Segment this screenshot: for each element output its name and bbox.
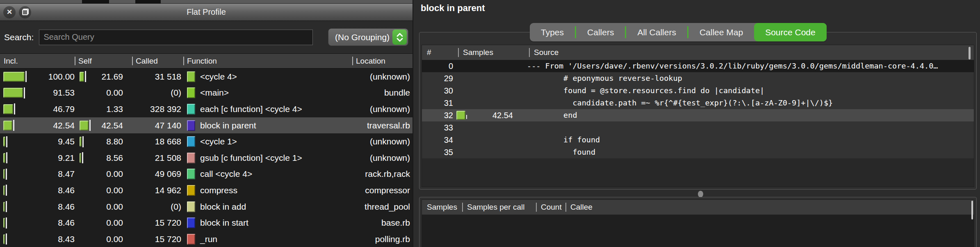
function-name: block in start <box>200 218 248 228</box>
bar-tick <box>14 103 15 114</box>
called-value: 18 668 <box>123 137 181 146</box>
source-code-row[interactable]: 34 if found <box>422 134 974 146</box>
incl-bar-cell <box>0 185 29 196</box>
bar-tick <box>6 185 7 196</box>
column-header-samples[interactable]: Samples <box>422 200 462 215</box>
column-header-line-number[interactable]: # <box>422 45 458 60</box>
function-name: call <cycle 4> <box>200 169 252 179</box>
percent-bar <box>3 88 23 98</box>
percent-bar <box>3 72 25 82</box>
source-code-row[interactable]: 29 # eponymous reverse-lookup <box>422 72 974 85</box>
table-row[interactable]: 8.43 0.00 15 720 _run polling.rb <box>0 231 413 247</box>
column-header-called[interactable]: Called <box>132 54 183 68</box>
incl-value: 9.21 <box>29 153 75 163</box>
incl-value: 100.00 <box>29 72 75 82</box>
source-code-row[interactable]: 30 found = @store.resources.find do |can… <box>422 85 974 97</box>
column-header-location[interactable]: Location <box>352 54 413 68</box>
table-row[interactable]: 9.45 8.80 18 668 <cycle 1> (unknown) <box>0 133 413 150</box>
detail-tabbar: TypesCallersAll CallersCallee MapSource … <box>530 23 827 41</box>
percent-bar <box>3 218 5 228</box>
percent-bar <box>3 202 5 212</box>
table-row[interactable]: 91.53 0.00 (0) <main> bundle <box>0 85 413 101</box>
table-row[interactable]: 8.47 0.00 49 069 call <cycle 4> rack.rb,… <box>0 166 413 183</box>
function-cell: _run <box>181 234 350 245</box>
incl-value: 42.54 <box>29 121 75 130</box>
function-name: <cycle 4> <box>200 72 237 82</box>
location-value: (unknown) <box>350 72 413 82</box>
source-code-row[interactable]: 35 found <box>422 146 974 158</box>
location-value: traversal.rb <box>350 121 413 130</box>
line-number: 30 <box>422 86 453 96</box>
samples-bar-cell <box>453 111 464 120</box>
table-row[interactable]: 42.54 42.54 47 140 block in parent trave… <box>0 117 413 134</box>
column-header-callee[interactable]: Callee <box>565 200 974 215</box>
line-number: 29 <box>422 74 453 83</box>
table-row[interactable]: 9.21 8.56 21 508 gsub [c function] <cycl… <box>0 150 413 166</box>
tab-all-callers[interactable]: All Callers <box>626 23 687 41</box>
incl-bar-cell <box>0 201 29 212</box>
column-header-samples[interactable]: Samples <box>458 45 529 60</box>
bar-tick <box>25 71 27 82</box>
function-type-icon <box>187 120 195 131</box>
function-cell: block in start <box>181 217 350 228</box>
column-header-self[interactable]: Self <box>75 54 132 68</box>
table-row[interactable]: 8.46 0.00 15 720 block in start base.rb <box>0 215 413 231</box>
column-header-count[interactable]: Count <box>536 200 565 215</box>
table-row[interactable]: 8.46 0.00 (0) block in add thread_pool <box>0 199 413 215</box>
self-value: 0.00 <box>87 88 123 98</box>
panel-title: Flat Profile <box>0 7 413 17</box>
table-row[interactable]: 46.79 1.33 328 392 each [c function] <cy… <box>0 101 413 117</box>
code-text: # eponymous reverse-lookup <box>513 72 974 85</box>
called-value: 15 720 <box>123 234 181 244</box>
incl-value: 46.79 <box>29 104 75 114</box>
incl-bar-cell <box>0 120 29 131</box>
function-type-icon <box>187 136 195 147</box>
source-code-row[interactable]: 33 <box>422 121 974 134</box>
column-header-samples-per-call[interactable]: Samples per call <box>462 200 536 215</box>
function-type-icon <box>187 104 195 114</box>
bar-tick <box>6 217 7 229</box>
splitter-handle[interactable] <box>698 191 703 197</box>
source-table-header: # Samples Source <box>422 45 974 60</box>
grouping-dropdown[interactable]: (No Grouping) <box>328 28 408 46</box>
incl-value: 8.46 <box>29 202 75 212</box>
percent-bar <box>80 153 81 163</box>
percent-bar <box>80 72 84 82</box>
profiler-window: ✕ Flat Profile Search: (No Grouping) Inc… <box>0 0 980 247</box>
vertical-scrollbar[interactable] <box>969 47 971 59</box>
incl-bar-cell <box>0 152 29 163</box>
table-row[interactable]: 100.00 21.69 31 518 <cycle 4> (unknown) <box>0 69 413 85</box>
function-name: compress <box>200 185 237 195</box>
incl-bar-cell <box>0 136 29 147</box>
tab-types[interactable]: Types <box>530 23 575 41</box>
column-header-incl[interactable]: Incl. <box>0 54 75 68</box>
tab-source-code[interactable]: Source Code <box>754 23 827 41</box>
source-code-row[interactable]: 0 --- From '/Users/dave/.rbenv/versions/… <box>422 60 974 72</box>
source-code-row[interactable]: 31 candidate.path =~ %r{^#{test_expr}(?:… <box>422 97 974 109</box>
tab-label: Callers <box>587 27 614 37</box>
location-value: (unknown) <box>350 137 413 146</box>
column-header-source[interactable]: Source <box>529 45 974 60</box>
flat-profile-table-header: Incl. Self Called Function Location <box>0 53 413 69</box>
toolbar-tab-remnant <box>135 0 161 4</box>
source-code-row[interactable]: 32 42.54 end <box>422 109 974 121</box>
line-number: 33 <box>422 123 453 133</box>
function-name: <main> <box>200 88 229 98</box>
function-type-icon <box>187 87 195 98</box>
function-name: _run <box>200 234 217 244</box>
called-value: 14 962 <box>123 185 181 195</box>
bar-tick <box>6 136 7 147</box>
line-number: 0 <box>422 62 453 71</box>
self-value: 21.69 <box>87 72 123 82</box>
percent-bar <box>3 137 5 146</box>
self-value: 0.00 <box>87 234 123 244</box>
incl-value: 8.47 <box>29 169 75 179</box>
tab-callers[interactable]: Callers <box>576 23 625 41</box>
percent-bar <box>3 104 13 114</box>
table-row[interactable]: 8.46 0.00 14 962 compress compressor <box>0 182 413 199</box>
tab-callee-map[interactable]: Callee Map <box>688 23 754 41</box>
column-header-function[interactable]: Function <box>183 54 352 68</box>
self-value: 8.56 <box>87 153 123 163</box>
vertical-scrollbar[interactable] <box>971 201 973 220</box>
search-input[interactable] <box>39 30 313 45</box>
